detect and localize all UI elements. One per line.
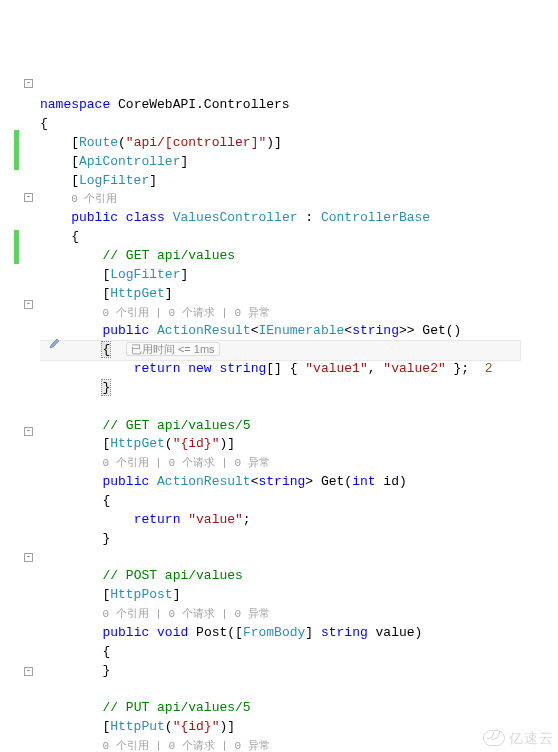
- code-editor: - - - - - - - namespace CoreWebAPI.Contr…: [0, 75, 558, 752]
- attribute: LogFilter: [79, 173, 149, 188]
- fold-icon[interactable]: -: [24, 193, 33, 202]
- change-marker: [14, 130, 19, 170]
- keyword: public: [71, 210, 118, 225]
- method-name: Get: [321, 474, 344, 489]
- class-name: ValuesController: [173, 210, 298, 225]
- fold-icon[interactable]: -: [24, 427, 33, 436]
- brace: {: [102, 342, 110, 357]
- comment: // GET api/values/5: [102, 418, 250, 433]
- string-literal: "api/[controller]": [126, 135, 266, 150]
- comment: // PUT api/values/5: [102, 700, 250, 715]
- string-literal: "value": [188, 512, 243, 527]
- method-name: Post: [196, 625, 227, 640]
- keyword: return: [134, 361, 181, 376]
- gutter: - - - - - - -: [0, 75, 40, 752]
- keyword: public: [102, 323, 149, 338]
- attribute: HttpPost: [110, 587, 172, 602]
- keyword: new: [188, 361, 211, 376]
- method-name: Get: [422, 323, 445, 338]
- fold-icon[interactable]: -: [24, 667, 33, 676]
- string-literal: "value2": [383, 361, 445, 376]
- current-line: { 已用时间 <= 1ms: [34, 341, 520, 360]
- annotation: 2: [485, 361, 493, 376]
- attribute: HttpGet: [110, 436, 165, 451]
- codelens[interactable]: 0 个引用 | 0 个请求 | 0 异常: [102, 457, 269, 469]
- perf-indicator[interactable]: 已用时间 <= 1ms: [126, 342, 220, 356]
- attribute: ApiController: [79, 154, 180, 169]
- attribute: HttpPut: [110, 719, 165, 734]
- fold-icon[interactable]: -: [24, 300, 33, 309]
- string-literal: "value1": [305, 361, 367, 376]
- codelens[interactable]: 0 个引用 | 0 个请求 | 0 异常: [102, 307, 269, 319]
- namespace-name: CoreWebAPI.Controllers: [118, 97, 290, 112]
- comment: // POST api/values: [102, 568, 242, 583]
- comment: // GET api/values: [102, 248, 235, 263]
- fold-icon[interactable]: -: [24, 79, 33, 88]
- keyword: public: [102, 474, 149, 489]
- pencil-icon: [2, 318, 14, 330]
- attribute: LogFilter: [110, 267, 180, 282]
- keyword: namespace: [40, 97, 110, 112]
- keyword: return: [134, 512, 181, 527]
- brace: }: [102, 380, 110, 395]
- return-type: ActionResult: [157, 474, 251, 489]
- fold-icon[interactable]: -: [24, 553, 33, 562]
- keyword: class: [126, 210, 165, 225]
- attribute: HttpGet: [110, 286, 165, 301]
- attribute: Route: [79, 135, 118, 150]
- codelens[interactable]: 0 个引用 | 0 个请求 | 0 异常: [102, 608, 269, 620]
- codelens[interactable]: 0 个引用 | 0 个请求 | 0 异常: [102, 740, 269, 752]
- change-marker: [14, 230, 19, 264]
- base-class: ControllerBase: [321, 210, 430, 225]
- code-content[interactable]: namespace CoreWebAPI.Controllers { [Rout…: [40, 75, 558, 752]
- keyword: public: [102, 625, 149, 640]
- return-type: ActionResult: [157, 323, 251, 338]
- codelens[interactable]: 0 个引用: [71, 193, 117, 205]
